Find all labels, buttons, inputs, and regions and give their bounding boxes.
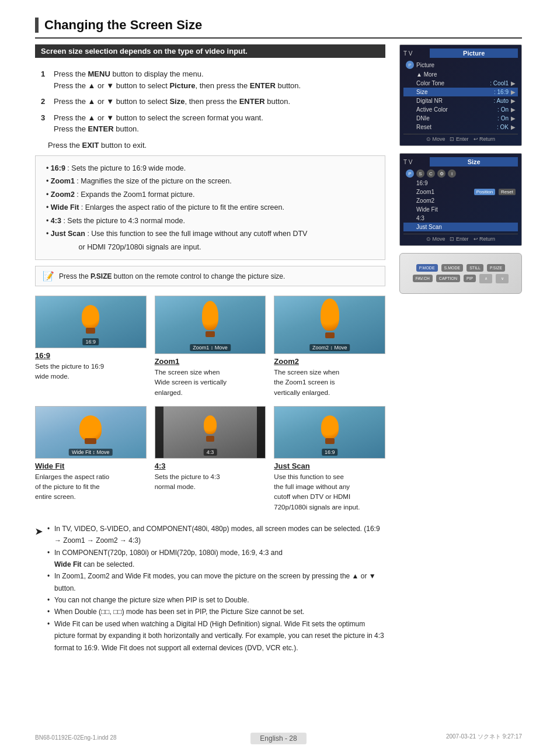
- remote-btn-still: STILL: [467, 264, 483, 272]
- balloon-justscan: [321, 415, 339, 439]
- image-desc-169: Sets the picture to 16:9wide mode.: [35, 362, 147, 382]
- image-label-zoom1: Zoom1: [155, 357, 266, 366]
- tv-menu-2-header: Size: [430, 157, 518, 167]
- image-thumb-zoom1: Zoom1 ↕ Move: [155, 296, 266, 354]
- tv-menu-1-header: Picture: [430, 48, 518, 58]
- tv-menu-picture: T V Picture P Picture ▲ More Color Tone …: [399, 44, 522, 146]
- image-desc-zoom2: The screen size whenthe Zoom1 screen isv…: [274, 367, 385, 398]
- bullet-item-widefit: Wide Fit : Enlarges the aspect ratio of …: [44, 201, 377, 214]
- note-item-5: When Double (□□, □□) mode has been set i…: [46, 606, 385, 618]
- step-3-text: Press the ▲ or ▼ button to select the sc…: [54, 112, 385, 135]
- basket-zoom2: [325, 332, 335, 338]
- tv-menu-2-row-zoom2: Zoom2: [403, 196, 518, 205]
- overlay-label-169: 16:9: [83, 338, 99, 345]
- overlay-label-justscan: 16:9: [322, 449, 338, 456]
- note-box: 📝 Press the P.SIZE button on the remote …: [35, 266, 385, 286]
- step-3-num: 3: [41, 112, 51, 135]
- remote-row-1: P.MODE S.MODE STILL P.SIZE: [416, 264, 505, 272]
- image-label-169: 16:9: [35, 351, 147, 360]
- step-2-num: 2: [41, 96, 51, 107]
- remote-row-2: FAV.CH CAPTION PIP ∧ ∨: [413, 274, 509, 283]
- tv-menu-2-titlebar: T V Size: [403, 157, 518, 167]
- balloon-zoom2: [321, 299, 339, 331]
- tv-menu-1-row-reset: Reset : OK ▶: [403, 123, 518, 131]
- notes-list: In TV, VIDEO, S-VIDEO, and COMPONENT(480…: [46, 523, 385, 654]
- image-item-widefit: Wide Fit ↕ Move Wide Fit Enlarges the as…: [35, 406, 147, 512]
- tv-menu-1-row-digitalnr: Digital NR : Auto ▶: [403, 96, 518, 105]
- footer-page: English - 28: [250, 733, 306, 744]
- tv-menu-2-footer: ⊙ Move ⊡ Enter ↩ Return: [403, 234, 518, 242]
- tv-menu-1-row-activecolor: Active Color : On ▶: [403, 105, 518, 114]
- image-grid: 16:9 16:9 Sets the picture to 16:9wide m…: [35, 296, 385, 512]
- tv-icon-picture: P: [406, 61, 414, 69]
- tv-menu-1-row-more: ▲ More: [403, 70, 518, 79]
- balloon-169: [82, 305, 99, 328]
- basket-43: [206, 436, 214, 442]
- tv-menu-2-row-widefit: Wide Fit: [403, 205, 518, 214]
- step-3: 3 Press the ▲ or ▼ button to select the …: [41, 112, 385, 135]
- overlay-label-43: 4:3: [204, 449, 217, 456]
- note-icon: 📝: [43, 271, 54, 282]
- bullet-item-justscan: Just Scan : Use this function to see the…: [44, 227, 377, 254]
- tv-icon-picture-2: P: [406, 169, 414, 178]
- image-item-43: 4:3 4:3 Sets the picture to 4:3normal mo…: [155, 406, 266, 512]
- note-item-4: You can not change the picture size when…: [46, 594, 385, 606]
- position-btn: Position: [474, 189, 495, 195]
- image-label-43: 4:3: [155, 462, 266, 470]
- balloon-widefit: [79, 415, 102, 441]
- note-item-3: In Zoom1, Zoom2 and Wide Fit modes, you …: [46, 570, 385, 594]
- image-desc-widefit: Enlarges the aspect ratioof the picture …: [35, 472, 147, 502]
- bullet-item-43: 4:3 : Sets the picture to 4:3 normal mod…: [44, 214, 377, 228]
- image-thumb-169: 16:9: [35, 296, 147, 348]
- image-item-zoom1: Zoom1 ↕ Move Zoom1 The screen size whenW…: [155, 296, 266, 398]
- tv-menu-1-row-dnie: DNIe : On ▶: [403, 114, 518, 123]
- balloon-43: [204, 415, 217, 434]
- exit-note: Press the EXIT button to exit.: [48, 141, 385, 150]
- tv-menu-1-row-size: Size : 16:9 ▶: [403, 88, 518, 96]
- steps-container: 1 Press the MENU button to display the m…: [41, 68, 385, 135]
- main-content: Screen size selection depends on the typ…: [35, 44, 385, 656]
- bullet-item-zoom2: Zoom2 : Expands the Zoom1 format picture…: [44, 188, 377, 202]
- step-1-num: 1: [41, 68, 51, 91]
- notes-header: ➤ In TV, VIDEO, S-VIDEO, and COMPONENT(4…: [35, 523, 385, 654]
- notes-section: ➤ In TV, VIDEO, S-VIDEO, and COMPONENT(4…: [35, 523, 385, 654]
- bullet-list: 16:9 : Sets the picture to 16:9 wide mod…: [44, 162, 377, 254]
- footer-file: BN68-01192E-02Eng-1.indd 28: [35, 734, 117, 741]
- image-label-widefit: Wide Fit: [35, 462, 147, 470]
- tv-menu-1-row-picture: P Picture: [403, 60, 518, 70]
- tv-menu-size: T V Size P S C ⚙ I 16:9 Zoom1 Posi: [399, 153, 522, 246]
- remote-btn-caption: CAPTION: [436, 275, 460, 282]
- tv-menu-size-icons: P S C ⚙ I: [403, 168, 518, 179]
- image-item-169: 16:9 16:9 Sets the picture to 16:9wide m…: [35, 296, 147, 398]
- image-thumb-justscan: 16:9: [274, 406, 385, 459]
- tv-menu-2-row-169: 16:9: [403, 179, 518, 188]
- balloon-zoom1: [202, 301, 218, 330]
- remote-btn-smode: S.MODE: [441, 264, 464, 272]
- basket-justscan: [325, 438, 335, 444]
- left-bar-43: [155, 407, 163, 458]
- remote-btn-pip: PIP: [464, 275, 476, 282]
- remote-btn-psize: P.SIZE: [487, 264, 505, 272]
- tv-icon-setup-2: ⚙: [437, 169, 445, 178]
- image-thumb-widefit: Wide Fit ↕ Move: [35, 406, 147, 459]
- image-desc-43: Sets the picture to 4:3normal mode.: [155, 472, 266, 493]
- note-item-1: In TV, VIDEO, S-VIDEO, and COMPONENT(480…: [46, 523, 385, 547]
- tv-menu-2-row-zoom1: Zoom1 Position Reset: [403, 188, 518, 196]
- step-1-text: Press the MENU button to display the men…: [54, 68, 385, 91]
- tv-menu-2-row-justscan: Just Scan: [403, 223, 518, 231]
- image-label-zoom2: Zoom2: [274, 357, 385, 366]
- tv-menu-1-row-colortone: Color Tone : Cool1 ▶: [403, 79, 518, 88]
- image-thumb-43: 4:3: [155, 406, 266, 459]
- image-label-justscan: Just Scan: [274, 462, 385, 470]
- basket-zoom1: [206, 331, 215, 337]
- basket-169: [86, 328, 95, 334]
- reset-btn: Reset: [499, 189, 516, 195]
- remote-btn-pvmode: P.MODE: [416, 264, 438, 272]
- image-thumb-zoom2: Zoom2 ↕ Move: [274, 296, 385, 354]
- page-title: Changing the Screen Size: [44, 18, 202, 32]
- tv-menu-1-titlebar: T V Picture: [403, 48, 518, 58]
- sidebar: T V Picture P Picture ▲ More Color Tone …: [399, 44, 522, 294]
- footer-date: 2007-03-21 ソクネト 9:27:17: [446, 733, 522, 741]
- image-item-zoom2: Zoom2 ↕ Move Zoom2 The screen size whent…: [274, 296, 385, 398]
- tv-icon-sound-2: S: [416, 169, 424, 178]
